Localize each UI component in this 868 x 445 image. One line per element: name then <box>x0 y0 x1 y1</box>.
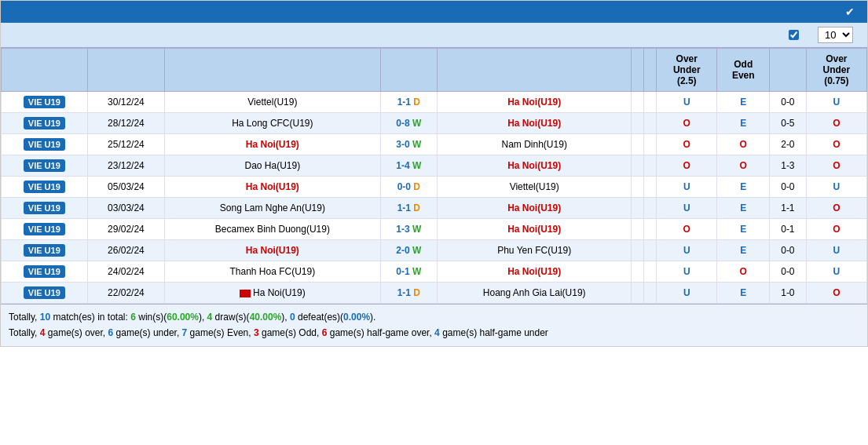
cell-handicap <box>632 134 644 155</box>
team-flag-icon <box>240 290 251 297</box>
cell-match: VIE U19 <box>2 198 88 219</box>
cell-result: 1-3 W <box>380 219 438 240</box>
main-container: ✔ 10 5 15 20 OverUnder(2.5) <box>0 0 868 347</box>
cell-ht: 0-5 <box>770 113 807 134</box>
result-score: 3-0 <box>396 139 409 150</box>
table-row: VIE U1926/02/24Ha Noi(U19)2-0 WPhu Yen F… <box>2 240 867 261</box>
cell-result: 0-1 W <box>380 261 438 283</box>
result-wd: W <box>410 160 422 171</box>
col-result <box>380 49 438 92</box>
summary-text: ). <box>370 312 375 323</box>
table-row: VIE U1924/02/24Thanh Hoa FC(U19)0-1 WHa … <box>2 261 867 283</box>
header: ✔ <box>1 1 867 23</box>
cell-handicap <box>632 219 644 240</box>
cell-odds <box>644 240 657 261</box>
cell-over-under-075: U <box>806 177 866 198</box>
cell-over-under-075: U <box>806 261 866 283</box>
table-row: VIE U1925/12/24Ha Noi(U19)3-0 WNam Dinh(… <box>2 134 867 155</box>
col-over-under-075: OverUnder(0.75) <box>806 49 866 92</box>
summary-text: ), <box>199 312 207 323</box>
cell-odds <box>644 219 657 240</box>
summary-text: ), <box>281 312 290 323</box>
summary-text: 10 <box>40 312 50 323</box>
cell-match: VIE U19 <box>2 177 88 198</box>
cell-result: 3-0 W <box>380 134 438 155</box>
summary-text: game(s) over, <box>45 327 108 338</box>
summary-text: Totally, <box>9 312 40 323</box>
result-score: 1-1 <box>397 97 411 108</box>
cell-date: 22/02/24 <box>87 283 165 304</box>
match-badge: VIE U19 <box>24 223 65 235</box>
summary-text: game(s) half-game under <box>440 327 548 338</box>
cell-odds <box>644 92 657 113</box>
result-wd: W <box>410 266 422 277</box>
summary-text: 4 <box>434 327 440 338</box>
cell-match: VIE U19 <box>2 155 88 177</box>
cell-match: VIE U19 <box>2 283 88 304</box>
cell-team1: Dao Ha(U19) <box>165 155 380 177</box>
result-score: 0-0 <box>397 181 411 192</box>
summary-text: 40.00% <box>250 312 282 323</box>
cell-over-under-25: U <box>657 261 717 283</box>
result-score: 2-0 <box>396 245 409 256</box>
cell-team1: Ha Noi(U19) <box>165 177 380 198</box>
cell-team1: Ha Long CFC(U19) <box>165 113 380 134</box>
cell-result: 0-0 D <box>380 177 438 198</box>
cell-over-under-25: U <box>657 283 717 304</box>
summary-text: 0.00% <box>343 312 370 323</box>
result-score: 1-3 <box>396 224 409 235</box>
col-handicap <box>632 49 644 92</box>
cell-odd-even: E <box>717 283 770 304</box>
cell-date: 26/02/24 <box>87 240 165 261</box>
cell-date: 30/12/24 <box>87 92 165 113</box>
cell-date: 03/03/24 <box>87 198 165 219</box>
cell-handicap <box>632 198 644 219</box>
cell-odds <box>644 177 657 198</box>
cell-ht: 1-0 <box>770 283 807 304</box>
cell-team1: Song Lam Nghe An(U19) <box>165 198 380 219</box>
cell-over-under-075: O <box>806 283 866 304</box>
result-wd: D <box>411 97 420 108</box>
cell-over-under-075: U <box>806 240 866 261</box>
result-score: 1-1 <box>397 202 411 213</box>
col-match <box>2 49 88 92</box>
summary-text: 0 <box>290 312 295 323</box>
historic-scores-table: OverUnder(2.5) OddEven OverUnder(0.75) V… <box>1 48 867 304</box>
match-badge: VIE U19 <box>24 96 65 108</box>
cell-ht: 0-1 <box>770 219 807 240</box>
cell-handicap <box>632 113 644 134</box>
cell-odd-even: E <box>717 240 770 261</box>
cell-over-under-25: O <box>657 113 717 134</box>
cell-team1: Ha Noi(U19) <box>165 283 380 304</box>
cell-handicap <box>632 155 644 177</box>
cell-team2: Ha Noi(U19) <box>438 261 632 283</box>
result-wd: D <box>411 181 420 192</box>
table-row: VIE U1928/12/24Ha Long CFC(U19)0-8 WHa N… <box>2 113 867 134</box>
cell-over-under-25: U <box>657 92 717 113</box>
cell-match: VIE U19 <box>2 92 88 113</box>
match-badge: VIE U19 <box>24 286 65 299</box>
summary-line: Totally, 4 game(s) over, 6 game(s) under… <box>9 325 859 341</box>
cell-ht: 0-0 <box>770 92 807 113</box>
cell-odd-even: O <box>717 134 770 155</box>
result-score: 0-8 <box>396 118 409 129</box>
cell-result: 1-1 D <box>380 198 438 219</box>
summary-text: 3 <box>254 327 259 338</box>
table-row: VIE U1930/12/24Viettel(U19)1-1 DHa Noi(U… <box>2 92 867 113</box>
cell-ht: 1-1 <box>770 198 807 219</box>
cell-team1: Ha Noi(U19) <box>165 240 380 261</box>
cell-over-under-25: U <box>657 177 717 198</box>
cell-result: 2-0 W <box>380 240 438 261</box>
cell-odds <box>644 134 657 155</box>
cell-odds <box>644 261 657 283</box>
vie-checkbox[interactable] <box>789 30 799 40</box>
col-over-under-25: OverUnder(2.5) <box>657 49 717 92</box>
cell-team2: Hoang Anh Gia Lai(U19) <box>438 283 632 304</box>
last-games-select[interactable]: 10 5 15 20 <box>818 27 853 43</box>
cell-handicap <box>632 240 644 261</box>
summary-text: win(s)( <box>136 312 167 323</box>
cell-handicap <box>632 261 644 283</box>
cell-team1: Ha Noi(U19) <box>165 134 380 155</box>
cell-match: VIE U19 <box>2 240 88 261</box>
cell-match: VIE U19 <box>2 219 88 240</box>
